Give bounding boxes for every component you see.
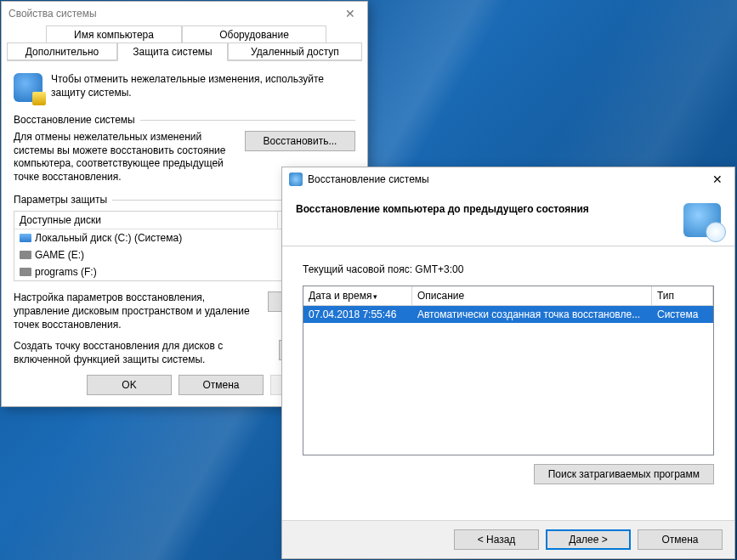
window-title: Свойства системы [9, 8, 97, 20]
close-icon[interactable]: ✕ [340, 7, 360, 20]
cancel-button[interactable]: Отмена [179, 375, 264, 395]
restore-icon [289, 173, 303, 186]
col-desc-header[interactable]: Описание [412, 286, 652, 306]
timezone-label: Текущий часовой пояс: GMT+3:00 [303, 263, 714, 275]
next-button[interactable]: Далее > [546, 529, 631, 550]
sort-desc-icon: ▾ [373, 292, 377, 301]
section-params-label: Параметры защиты [14, 194, 107, 206]
col-type-header[interactable]: Тип [652, 286, 713, 306]
back-button[interactable]: < Назад [454, 529, 539, 550]
drive-icon [20, 251, 31, 259]
tab-strip: Имя компьютера Оборудование Дополнительн… [7, 25, 362, 61]
col-drive-header[interactable]: Доступные диски [14, 212, 278, 229]
restore-point-row[interactable]: 07.04.2018 7:55:46 Автоматически созданн… [303, 306, 713, 323]
ok-button[interactable]: OK [87, 375, 172, 395]
titlebar[interactable]: Свойства системы ✕ [2, 2, 367, 25]
monitor-clock-icon [683, 203, 721, 237]
restore-button[interactable]: Восстановить... [245, 131, 355, 151]
tab-remote[interactable]: Удаленный доступ [228, 42, 362, 61]
tab-system-protection[interactable]: Защита системы [117, 42, 228, 61]
section-restore-label: Восстановление системы [14, 114, 135, 126]
titlebar[interactable]: Восстановление системы ✕ [282, 167, 734, 191]
protection-hint: Чтобы отменить нежелательные изменения, … [51, 73, 355, 102]
restore-description: Для отмены нежелательных изменений систе… [14, 131, 235, 184]
create-description: Создать точку восстановления для дисков … [14, 340, 269, 366]
tab-hardware[interactable]: Оборудование [182, 25, 326, 44]
scan-affected-button[interactable]: Поиск затрагиваемых программ [534, 464, 714, 484]
cancel-button[interactable]: Отмена [638, 529, 723, 550]
shield-monitor-icon [14, 73, 43, 102]
drive-icon [20, 268, 31, 276]
configure-description: Настройка параметров восстановления, упр… [14, 291, 258, 331]
restore-points-grid[interactable]: Дата и время▾ Описание Тип 07.04.2018 7:… [303, 286, 714, 455]
wizard-heading: Восстановление компьютера до предыдущего… [296, 203, 589, 215]
system-restore-dialog: Восстановление системы ✕ Восстановление … [281, 167, 735, 559]
window-title: Восстановление системы [308, 173, 429, 185]
col-date-header[interactable]: Дата и время▾ [303, 286, 412, 306]
tab-advanced[interactable]: Дополнительно [7, 42, 117, 61]
tab-computer-name[interactable]: Имя компьютера [46, 25, 182, 44]
drive-icon [20, 234, 31, 242]
close-icon[interactable]: ✕ [707, 173, 728, 186]
